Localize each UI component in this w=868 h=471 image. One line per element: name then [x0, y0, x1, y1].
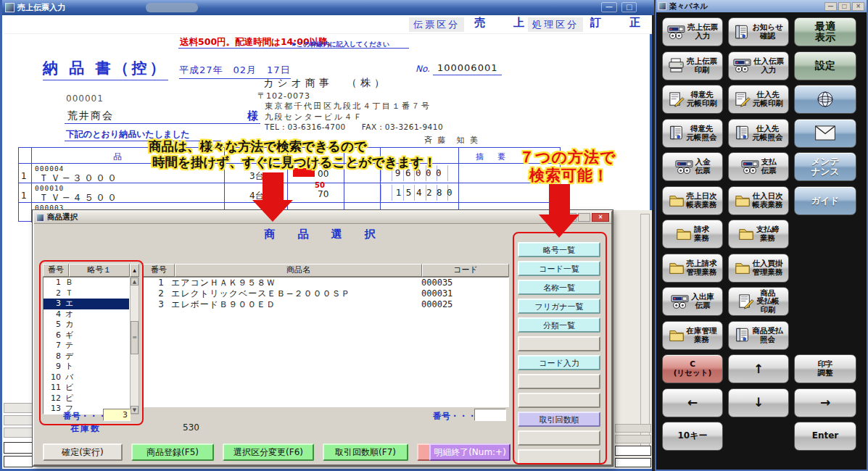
sales-slip-input-button[interactable]: 売上伝票 入力: [662, 17, 723, 46]
blank-button[interactable]: [518, 336, 600, 351]
left-list-col-no[interactable]: 番号: [43, 264, 69, 277]
main-scrollbar[interactable]: [640, 214, 650, 453]
customer-ledger-inquiry-button[interactable]: 得意先 元帳照会: [662, 119, 723, 148]
background-row: [4, 442, 33, 454]
product-ledger-inquiry-button[interactable]: 商品受払 照会: [728, 321, 789, 350]
list-item[interactable]: 9ト: [44, 362, 129, 372]
table-row[interactable]: 1エアコンＨＡＫ９５８Ｗ000035: [144, 278, 508, 288]
sales-billing-mgmt-button[interactable]: 売上請求 管理業務: [662, 254, 723, 283]
envelope-icon: [814, 125, 836, 141]
minimize-icon[interactable]: —: [601, 2, 617, 12]
list-item[interactable]: 5カ: [44, 320, 129, 330]
table-row[interactable]: 3エレボードＢ９００ＥＤ000025: [144, 299, 508, 310]
customer-ledger-print-button[interactable]: 得意先 元帳印刷: [662, 85, 723, 114]
code-entry-button[interactable]: コード入力: [518, 355, 600, 370]
notice-check-button[interactable]: お知らせ 確認: [728, 17, 789, 46]
scroll-down-icon[interactable]: ▼: [131, 406, 139, 414]
transaction-order-button[interactable]: 取引回数順: [518, 412, 600, 427]
row2-line-no: 1: [21, 191, 27, 201]
sales-daily-report-button[interactable]: 売上日次 帳表業務: [662, 186, 723, 215]
ledger-icon: [735, 125, 751, 141]
list-item[interactable]: 6ギ: [44, 330, 129, 341]
supplier-ledger-print-button[interactable]: 仕入先 元帳印刷: [728, 85, 789, 114]
number2-label: 番号・・・: [433, 410, 476, 422]
dialog-maximize-icon[interactable]: [578, 213, 590, 222]
reset-button[interactable]: C (リセット): [662, 354, 723, 383]
list-item[interactable]: 12ピ: [44, 393, 129, 404]
select-type-change-button[interactable]: 選択区分変更(F6): [223, 443, 314, 461]
list-item-selected[interactable]: 3エ: [44, 299, 129, 309]
purchase-daily-report-button[interactable]: 仕入日次 帳表業務: [728, 186, 789, 215]
right-list-col-code[interactable]: コード: [422, 264, 509, 277]
inventory-mgmt-button[interactable]: 在庫管理 業務: [662, 321, 723, 350]
blank-button[interactable]: [518, 374, 600, 389]
left-list-col-abbr[interactable]: 略号１: [69, 264, 130, 277]
web-button[interactable]: [794, 85, 856, 114]
scrollbar-thumb[interactable]: ≡: [131, 321, 139, 354]
blank-button[interactable]: [518, 430, 600, 446]
optimal-display-button[interactable]: 最適 表示: [794, 17, 856, 46]
guide-button[interactable]: ガイド: [794, 186, 856, 215]
panel-titlebar[interactable]: 楽々パネル — □ ×: [656, 0, 867, 12]
blank-button[interactable]: [518, 449, 600, 464]
sort-arrow-icon[interactable]: ▲: [130, 264, 139, 277]
list-item[interactable]: 1Ｂ: [44, 278, 129, 288]
main-titlebar[interactable]: 売上伝票入力 — □: [2, 0, 654, 15]
dialog-close-icon[interactable]: ×: [592, 213, 609, 222]
scroll-up-icon[interactable]: ▲: [131, 278, 139, 285]
list-item[interactable]: 4オ: [44, 309, 129, 320]
mail-button[interactable]: [794, 119, 856, 148]
list-item[interactable]: 11ビ: [44, 383, 129, 393]
billing-button[interactable]: 請求 業務: [662, 220, 723, 249]
raku-raku-panel-window: 楽々パネル — □ × 売上伝票 入力 お知らせ 確認 最適 表示 売上伝票 印…: [655, 0, 868, 471]
arrow-down-button[interactable]: ↓: [728, 388, 789, 417]
search-name-button[interactable]: 名称一覧: [518, 280, 600, 295]
search-category-button[interactable]: 分類一覧: [518, 317, 600, 333]
search-kana-button[interactable]: フリガナ一覧: [518, 299, 600, 314]
product-list[interactable]: 1エアコンＨＡＫ９５８Ｗ000035 2エレクトリックベースＥＢ−２０００ＳＰ0…: [143, 277, 509, 407]
arrow-up-button[interactable]: ↑: [728, 354, 789, 383]
row1-qty: 3台: [249, 170, 264, 183]
right-list-col-name[interactable]: 商品名: [175, 264, 422, 277]
blank-button[interactable]: [518, 393, 600, 408]
list-item[interactable]: 7テ: [44, 341, 129, 351]
ten-key-button[interactable]: 10キー: [662, 422, 723, 451]
number2-input[interactable]: [474, 409, 506, 421]
confirm-button[interactable]: 確定(実行): [43, 443, 123, 461]
arrow-left-button[interactable]: ←: [662, 388, 723, 417]
transaction-count-button[interactable]: 取引回数順(F7): [323, 443, 408, 461]
number-input[interactable]: 3: [103, 409, 131, 421]
maintenance-button[interactable]: メンテ ナンス: [794, 152, 856, 181]
sales-slip-print-button[interactable]: 売上伝票 印刷: [662, 51, 723, 80]
dialog-titlebar[interactable]: 商品選択 ×: [34, 212, 611, 224]
supplier-ledger-inquiry-button[interactable]: 仕入先 元帳照会: [728, 119, 789, 148]
search-abbr-button[interactable]: 略号一覧: [518, 242, 600, 257]
purchase-slip-input-button[interactable]: 仕入伝票 入力: [728, 51, 789, 80]
ledger-icon: [669, 125, 685, 141]
enter-button[interactable]: Enter: [794, 422, 856, 451]
table-row[interactable]: 2エレクトリックベースＥＢ−２０００ＳＰ000031: [144, 288, 508, 299]
product-register-button[interactable]: 商品登録(F5): [131, 443, 214, 461]
print-adjust-button[interactable]: 印字 調整: [794, 354, 856, 383]
purchase-payable-mgmt-button[interactable]: 仕入買掛 管理業務: [728, 254, 789, 283]
list-item[interactable]: 8デ: [44, 351, 129, 362]
maximize-icon[interactable]: □: [621, 2, 637, 12]
abbreviation-list[interactable]: 1Ｂ 2Ｔ 3エ 4オ 5カ 6ギ 7テ 8デ 9ト 10バ 11ビ 12ピ 1…: [43, 277, 130, 414]
list-item[interactable]: 2Ｔ: [44, 288, 129, 299]
arrow-right-button[interactable]: →: [794, 388, 856, 417]
panel-close-icon[interactable]: ×: [852, 2, 864, 11]
right-list-col-no[interactable]: 番号: [143, 264, 175, 277]
panel-minimize-icon[interactable]: —: [824, 2, 837, 11]
inout-stock-slip-button[interactable]: 入出庫 伝票: [662, 287, 723, 316]
list-item[interactable]: 10バ: [44, 372, 129, 383]
left-list-scrollbar[interactable]: ▲ ≡ ▼: [130, 277, 139, 414]
payment-closing-button[interactable]: 支払締 業務: [728, 220, 789, 249]
deposit-slip-button[interactable]: 入金 伝票: [662, 152, 723, 181]
row2-price: 70: [318, 189, 328, 199]
settings-button[interactable]: 設定: [794, 51, 856, 80]
payment-slip-button[interactable]: 支払 伝票: [728, 152, 789, 181]
panel-maximize-icon[interactable]: □: [838, 2, 851, 11]
search-code-button[interactable]: コード一覧: [518, 261, 600, 276]
product-ledger-print-button[interactable]: 商品 受払帳 印刷: [728, 287, 789, 316]
detail-end-button[interactable]: 明細終了(Num:+): [429, 443, 511, 461]
